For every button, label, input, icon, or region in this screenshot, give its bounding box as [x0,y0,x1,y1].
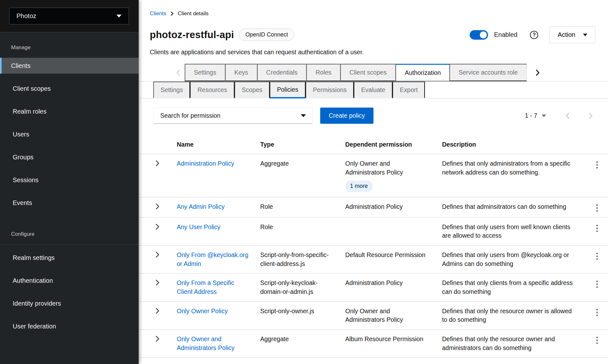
tab-scroll-right-button[interactable] [531,64,545,81]
kebab-menu-button[interactable] [596,309,598,316]
kebab-dot [596,225,598,226]
sidebar-item-authentication[interactable]: Authentication [0,273,139,288]
create-policy-button[interactable]: Create policy [320,108,373,124]
row-actions-cell [586,154,608,197]
column-header-type: Type [260,135,345,154]
row-expand-button[interactable] [155,335,160,343]
tab-keys[interactable]: Keys [225,64,257,81]
subtab-permissions[interactable]: Permissions [306,82,354,98]
row-expand-cell [139,330,177,357]
nav-group-label: Configure [0,223,139,244]
column-header-dependent-permission: Dependent permission [345,135,442,154]
chevron-down-icon [116,15,122,17]
row-expand-button[interactable] [155,279,160,287]
row-expand-button[interactable] [155,160,160,168]
row-expand-button[interactable] [155,308,160,315]
policy-name-link[interactable]: Only Owner and Administrators Policy [177,335,260,352]
tab-scroll-left-button[interactable] [171,64,185,81]
chevron-right-icon [155,160,160,167]
sidebar-item-user-federation[interactable]: User federation [0,318,139,334]
row-actions-cell [586,218,608,245]
tab-service-accounts-role[interactable]: Service accounts role [449,64,526,81]
row-expand-button[interactable] [155,251,160,259]
row-expand-button[interactable] [155,203,160,211]
subtab-export[interactable]: Export [393,82,425,98]
dependent-permission: Administration Policy [345,202,426,211]
subtab-evaluate[interactable]: Evaluate [354,82,393,98]
policy-name-cell: Any Admin Policy [177,197,260,217]
sidebar-item-identity-providers[interactable]: Identity providers [0,295,139,311]
sidebar: Photoz ManageClientsClient scopesRealm r… [0,0,139,364]
policy-name-link[interactable]: Any User Policy [177,223,230,232]
subtab-resources[interactable]: Resources [190,82,234,98]
policy-name-link[interactable]: Any Admin Policy [177,202,235,211]
policy-name-link[interactable]: Administration Policy [177,159,244,168]
subtab-policies[interactable]: Policies [270,82,306,98]
row-actions-cell [586,302,608,329]
kebab-dot [596,309,598,310]
sidebar-item-sessions[interactable]: Sessions [0,172,139,188]
kebab-dot [596,164,598,166]
kebab-menu-button[interactable] [596,337,598,344]
table-row: Only From a Specific Client AddressScrip… [139,274,608,301]
policy-name-link[interactable]: Only From a Specific Client Address [177,279,260,296]
pagination-options-toggle[interactable] [542,115,546,117]
enabled-toggle[interactable] [470,30,488,40]
row-expand-cell [139,302,177,329]
kebab-menu-button[interactable] [596,225,598,232]
row-actions-cell [586,197,608,217]
sidebar-item-groups[interactable]: Groups [0,149,139,165]
pagination-prev-button[interactable] [565,112,570,120]
sidebar-item-users[interactable]: Users [0,126,139,142]
row-actions-cell [586,330,608,357]
more-badge[interactable]: 1 more [345,181,373,192]
kebab-dot [596,337,598,338]
subtab-settings[interactable]: Settings [153,82,190,98]
tab-client-scopes[interactable]: Client scopes [340,64,395,81]
policy-type: Aggregate [260,330,345,357]
tab-authorization[interactable]: Authorization [395,64,449,81]
row-actions-cell [586,246,608,273]
kebab-menu-button[interactable] [596,204,598,212]
tab-settings[interactable]: Settings [185,64,225,81]
column-header-description: Description [442,135,586,154]
kebab-dot [596,286,598,288]
sidebar-item-events[interactable]: Events [0,195,139,211]
sidebar-item-client-scopes[interactable]: Client scopes [0,81,139,96]
sidebar-item-label: Users [13,131,29,138]
toolbar: Search for permission Create policy 1 - … [139,98,608,124]
row-expand-cell [139,218,177,245]
kebab-dot [596,228,598,229]
sidebar-item-label: Identity providers [13,300,61,307]
action-dropdown-button[interactable]: Action [550,26,595,43]
sidebar-item-label: User federation [13,323,56,330]
sidebar-item-clients[interactable]: Clients [0,58,139,74]
help-icon[interactable]: ? [530,31,538,39]
tab-credentials[interactable]: Credentials [257,64,307,81]
row-expand-button[interactable] [155,223,160,231]
sidebar-item-realm-roles[interactable]: Realm roles [0,103,139,119]
kebab-menu-button[interactable] [596,161,598,169]
chevron-down-icon [583,34,587,36]
policy-description: Defines that only users from well known … [442,218,586,245]
page-title: photoz-restful-api [150,29,234,41]
pagination-next-button[interactable] [589,112,593,120]
policy-type: Role [260,218,345,245]
subtab-scopes[interactable]: Scopes [235,82,270,98]
kebab-menu-button[interactable] [596,253,598,260]
breadcrumb-link-clients[interactable]: Clients [150,10,166,17]
row-expand-cell [139,246,177,273]
realm-selector[interactable]: Photoz [9,8,129,24]
chevron-right-icon [155,308,160,314]
kebab-menu-button[interactable] [596,281,598,288]
table-row: Only From @keycloak.org or AdminScript-o… [139,246,608,274]
policy-name-link[interactable]: Only Owner Policy [177,307,237,316]
tab-roles[interactable]: Roles [306,64,340,81]
policy-name-cell: Any User Policy [177,218,260,245]
column-header-actions [586,135,608,154]
search-permission-dropdown[interactable]: Search for permission [154,108,313,124]
policy-name-link[interactable]: Only From @keycloak.org or Admin [177,251,260,268]
enabled-label: Enabled [494,31,517,38]
policy-type: Script-only-owner.js [260,302,345,329]
sidebar-item-realm-settings[interactable]: Realm settings [0,250,139,266]
